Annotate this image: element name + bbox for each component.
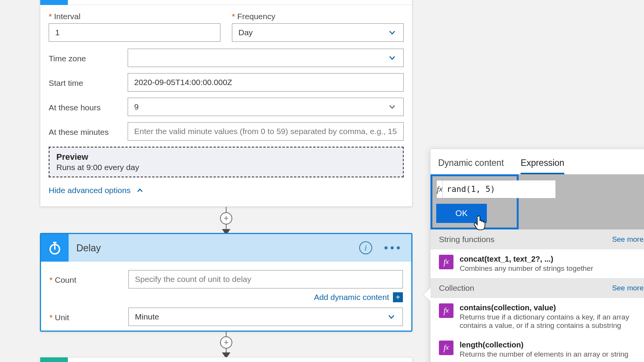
tab-expression[interactable]: Expression (521, 158, 564, 174)
fn-length-signature: length(collection) (460, 341, 628, 349)
unit-value: Minute (135, 312, 386, 321)
collection-functions-label: Collection (439, 283, 474, 293)
unit-select[interactable]: Minute (128, 308, 403, 326)
chevron-up-icon (136, 187, 144, 194)
hide-advanced-toggle[interactable]: Hide advanced options (49, 186, 144, 195)
fx-badge-icon: fx (439, 255, 453, 269)
delay-stopwatch-icon (41, 234, 69, 262)
fn-concat[interactable]: fx concat(text_1, text_2?, ...) Combines… (430, 249, 644, 278)
expression-input-highlight: fx OK (430, 174, 519, 229)
starttime-label: Start time (49, 77, 128, 88)
fn-concat-signature: concat(text_1, text_2?, ...) (460, 255, 593, 264)
preview-heading: Preview (56, 152, 396, 162)
string-functions-header: String functions See more (430, 229, 644, 249)
fx-badge-icon: fx (439, 303, 453, 318)
timezone-select[interactable] (128, 49, 404, 67)
fn-contains-signature: contains(collection, value) (460, 303, 644, 312)
count-label: Count (49, 274, 128, 285)
next-action-card (40, 357, 412, 362)
delay-card: Delay i Count Add dynamic content + Unit… (40, 233, 412, 332)
next-action-icon (40, 357, 68, 362)
add-dynamic-content-link[interactable]: Add dynamic content (314, 293, 389, 302)
frequency-value: Day (238, 28, 387, 37)
delay-title: Delay (69, 234, 359, 262)
chevron-down-icon (386, 312, 396, 322)
info-icon[interactable]: i (359, 241, 372, 254)
preview-text: Runs at 9:00 every day (56, 163, 396, 172)
starttime-input[interactable] (128, 73, 404, 92)
recurrence-preview: Preview Runs at 9:00 every day (49, 147, 404, 177)
frequency-select[interactable]: Day (232, 23, 404, 42)
expression-input[interactable] (443, 180, 555, 198)
chevron-down-icon (387, 53, 397, 63)
add-step-button[interactable]: + (220, 212, 232, 224)
hide-advanced-label: Hide advanced options (49, 186, 131, 195)
recurrence-card: Recurrence Interval Frequency Day (40, 0, 412, 207)
add-dynamic-content-plus-icon[interactable]: + (393, 292, 403, 302)
frequency-label: Frequency (232, 10, 404, 21)
see-more-collection[interactable]: See more (612, 284, 644, 292)
interval-label: Interval (49, 10, 220, 21)
at-minutes-input[interactable] (128, 122, 404, 141)
chevron-down-icon (387, 28, 397, 38)
flyout-caret-icon (424, 288, 430, 301)
collection-functions-header: Collection See more (430, 278, 644, 298)
recurrence-clock-icon (40, 0, 68, 5)
at-minutes-label: At these minutes (49, 126, 128, 137)
fn-contains-desc: Returns true if a dictionary contains a … (460, 313, 644, 330)
fn-length-desc: Returns the number of elements in an arr… (460, 350, 628, 359)
timezone-label: Time zone (49, 52, 128, 63)
expression-input-row: fx (436, 180, 513, 198)
count-input[interactable] (128, 270, 403, 288)
expression-flyout: Dynamic content Expression fx OK String … (430, 149, 644, 362)
at-hours-label: At these hours (49, 102, 128, 112)
fn-contains[interactable]: fx contains(collection, value) Returns t… (430, 298, 644, 335)
chevron-down-icon (387, 102, 397, 112)
at-hours-select[interactable]: 9 (128, 98, 404, 116)
fn-length[interactable]: fx length(collection) Returns the number… (430, 335, 644, 362)
add-step-button[interactable]: + (220, 336, 232, 349)
delay-more-menu[interactable] (384, 246, 400, 249)
tab-dynamic-content[interactable]: Dynamic content (438, 158, 504, 174)
ok-button[interactable]: OK (436, 204, 487, 223)
unit-label: Unit (49, 311, 128, 322)
fx-badge-icon: fx (439, 341, 453, 355)
string-functions-label: String functions (439, 235, 495, 244)
fn-concat-desc: Combines any number of strings together (460, 264, 593, 273)
svg-rect-3 (53, 242, 57, 243)
at-hours-value: 9 (134, 102, 387, 111)
see-more-string[interactable]: See more (612, 235, 644, 244)
fx-icon: fx (437, 180, 443, 198)
interval-input[interactable] (49, 23, 220, 42)
